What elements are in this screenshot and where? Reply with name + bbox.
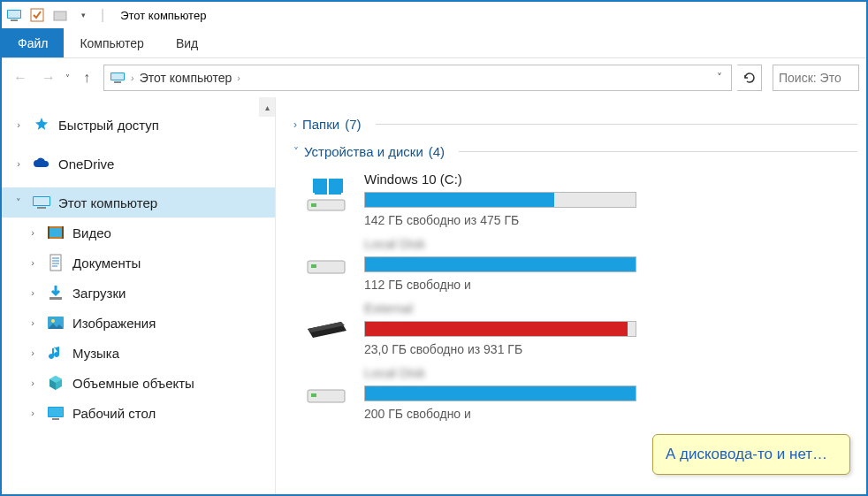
breadcrumb-sep[interactable]: › [237, 72, 240, 83]
pictures-icon [46, 313, 65, 332]
this-pc-icon [5, 6, 23, 24]
download-icon [46, 283, 65, 302]
svg-rect-7 [114, 81, 121, 83]
separator: | [101, 7, 104, 23]
title-bar: ▾ | Этот компьютер [2, 2, 866, 28]
group-name: Папки [302, 117, 339, 132]
nav-bar: ← → ˅ ↑ › Этот компьютер › ˅ Поиск: Это [2, 58, 866, 97]
tree-pictures[interactable]: › Изображения [2, 308, 275, 338]
drive-icon [301, 172, 352, 214]
drive-item[interactable]: External23,0 ГБ свободно из 931 ГБ [301, 301, 636, 356]
usage-bar [364, 321, 636, 337]
tree-video[interactable]: › Видео [2, 217, 275, 248]
dropdown-small-icon[interactable]: ▾ [74, 6, 92, 24]
group-count: (7) [345, 117, 361, 132]
expand-arrow[interactable]: › [27, 257, 39, 268]
expand-arrow[interactable]: › [27, 408, 39, 418]
drive-free-text: 112 ГБ свободно и [364, 278, 636, 292]
divider [459, 151, 857, 152]
this-pc-icon [32, 193, 51, 212]
address-dropdown[interactable]: ˅ [713, 72, 726, 84]
tree-label: Музыка [72, 346, 119, 361]
drive-icon [301, 365, 352, 408]
drive-free-text: 23,0 ГБ свободно из 931 ГБ [364, 342, 636, 356]
address-bar[interactable]: › Этот компьютер › ˅ [103, 65, 732, 91]
svg-rect-33 [315, 187, 327, 195]
drive-icon [301, 301, 352, 343]
svg-rect-27 [311, 203, 316, 207]
breadcrumb-thispc[interactable]: Этот компьютер [140, 71, 232, 85]
forward-button[interactable]: → [37, 66, 60, 89]
tab-view[interactable]: Вид [160, 28, 214, 57]
video-icon [46, 223, 65, 242]
tree-desktop[interactable]: › Рабочий стол [2, 398, 275, 428]
tree-label: Рабочий стол [72, 406, 156, 421]
tree-onedrive[interactable]: › OneDrive [2, 149, 275, 179]
annotation-callout: А дисковода-то и нет… [652, 434, 850, 475]
tree-3d-objects[interactable]: › Объемные объекты [2, 368, 275, 398]
drive-free-text: 200 ГБ свободно и [364, 407, 636, 421]
drive-icon [301, 236, 352, 279]
expand-arrow[interactable]: › [27, 287, 39, 298]
svg-rect-4 [54, 11, 66, 20]
tree-label: Этот компьютер [58, 195, 157, 210]
tree-music[interactable]: › Музыка [2, 338, 275, 368]
tree-this-pc[interactable]: ˅ Этот компьютер [2, 187, 275, 217]
tree-label: Объемные объекты [72, 376, 194, 391]
scroll-up-icon[interactable]: ▴ [259, 97, 275, 117]
back-button[interactable]: ← [9, 66, 32, 89]
expand-arrow[interactable]: › [27, 347, 39, 358]
expand-arrow[interactable]: ˅ [12, 197, 25, 209]
svg-rect-25 [52, 418, 59, 420]
chevron-right-icon[interactable]: › [293, 118, 297, 131]
properties-icon[interactable] [28, 6, 46, 24]
up-button[interactable]: ↑ [75, 66, 98, 89]
tree-label: Документы [72, 256, 141, 271]
tree-label: Загрузки [72, 286, 126, 301]
drive-item[interactable]: Local Disk112 ГБ свободно и [301, 236, 636, 292]
usage-bar [364, 192, 636, 208]
svg-rect-9 [34, 197, 49, 205]
tab-file[interactable]: Файл [2, 28, 64, 57]
tree-downloads[interactable]: › Загрузки [2, 278, 275, 308]
tree-documents[interactable]: › Документы [2, 248, 275, 278]
chevron-down-icon[interactable]: ˅ [293, 146, 299, 158]
tree-quick-access[interactable]: › Быстрый доступ [2, 110, 275, 140]
svg-rect-14 [62, 226, 64, 239]
group-count: (4) [429, 144, 445, 159]
svg-rect-24 [49, 408, 63, 416]
svg-rect-32 [329, 179, 341, 186]
svg-rect-15 [50, 255, 61, 271]
drive-name: External [364, 301, 636, 316]
drive-name: Local Disk [364, 365, 636, 380]
svg-point-22 [51, 319, 55, 323]
svg-rect-6 [111, 73, 124, 80]
group-name: Устройства и диски [304, 144, 423, 159]
expand-arrow[interactable]: › [12, 119, 25, 130]
callout-text: А дисковода-то и нет… [666, 446, 827, 462]
svg-rect-1 [8, 11, 20, 18]
svg-rect-2 [11, 19, 18, 21]
svg-rect-20 [49, 297, 62, 300]
refresh-button[interactable] [737, 65, 762, 91]
drive-name: Local Disk [364, 236, 636, 251]
expand-arrow[interactable]: › [27, 227, 39, 238]
search-input[interactable]: Поиск: Это [773, 65, 859, 91]
expand-arrow[interactable]: › [27, 317, 39, 328]
svg-rect-34 [329, 187, 341, 195]
breadcrumb-sep[interactable]: › [131, 72, 134, 83]
svg-rect-12 [49, 228, 62, 237]
expand-arrow[interactable]: › [27, 378, 39, 388]
svg-rect-10 [37, 207, 46, 209]
group-folders[interactable]: › Папки (7) [293, 117, 857, 132]
drive-item[interactable]: Local Disk200 ГБ свободно и [301, 365, 636, 421]
nav-tree: ▴ › Быстрый доступ › OneDrive ˅ Этот ком… [2, 97, 276, 494]
svg-rect-31 [315, 179, 327, 186]
svg-rect-38 [311, 393, 316, 397]
drive-name: Windows 10 (C:) [364, 172, 636, 187]
history-dropdown[interactable]: ˅ [65, 73, 70, 83]
expand-arrow[interactable]: › [12, 158, 25, 169]
drive-item[interactable]: Windows 10 (C:)142 ГБ свободно из 475 ГБ [301, 172, 636, 227]
group-devices[interactable]: ˅ Устройства и диски (4) [293, 144, 857, 159]
tab-computer[interactable]: Компьютер [64, 28, 159, 57]
